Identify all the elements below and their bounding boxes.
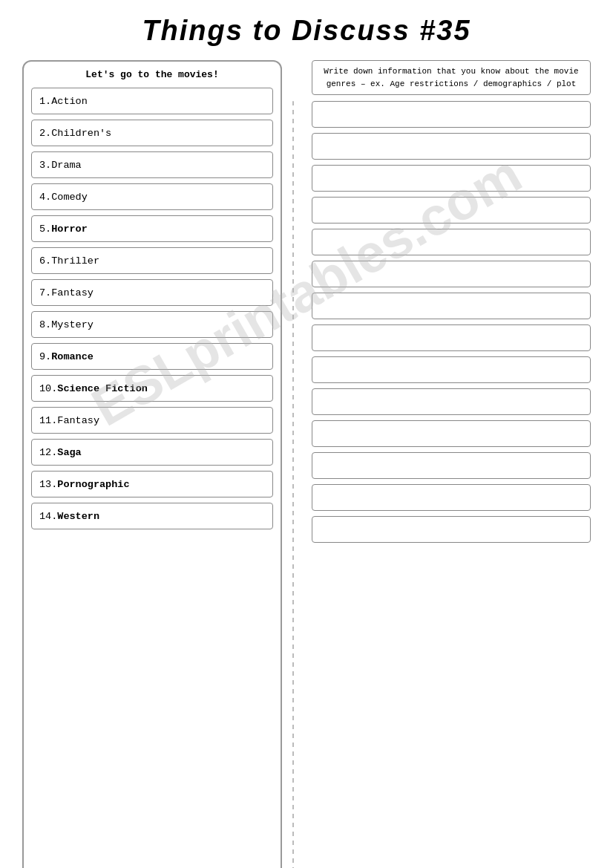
genre-label-11: Fantasy xyxy=(57,415,99,426)
genre-label-9: Romance xyxy=(51,351,94,362)
answer-box-4[interactable] xyxy=(312,197,591,223)
genre-item-3: 3. Drama xyxy=(31,151,273,178)
genre-item-4: 4. Comedy xyxy=(31,183,273,210)
genre-item-1: 1. Action xyxy=(31,88,273,114)
genre-number-10: 10. xyxy=(39,383,57,394)
answer-box-7[interactable] xyxy=(312,293,591,319)
genre-item-2: 2. Children's xyxy=(31,120,273,146)
left-panel: Let's go to the movies! 1. Action2. Chil… xyxy=(22,60,282,868)
genre-item-6: 6. Thriller xyxy=(31,247,273,274)
genre-label-4: Comedy xyxy=(51,192,88,203)
genre-label-14: Western xyxy=(57,511,99,522)
genres-container: 1. Action2. Children's3. Drama4. Comedy5… xyxy=(31,88,273,529)
answers-container xyxy=(312,101,591,548)
genre-label-12: Saga xyxy=(57,447,81,458)
genre-number-2: 2. xyxy=(39,128,51,139)
answer-box-5[interactable] xyxy=(312,229,591,255)
genre-number-7: 7. xyxy=(39,287,51,298)
genre-number-8: 8. xyxy=(39,319,51,330)
left-panel-title: Let's go to the movies! xyxy=(31,69,273,80)
answer-box-2[interactable] xyxy=(312,133,591,160)
answer-box-6[interactable] xyxy=(312,261,591,287)
genre-number-14: 14. xyxy=(39,511,57,522)
answer-box-9[interactable] xyxy=(312,356,591,383)
genre-item-14: 14. Western xyxy=(31,503,273,529)
genre-number-11: 11. xyxy=(39,415,57,426)
genre-item-13: 13. Pornographic xyxy=(31,471,273,497)
genre-item-11: 11. Fantasy xyxy=(31,407,273,434)
answer-box-11[interactable] xyxy=(312,420,591,447)
genre-item-9: 9. Romance xyxy=(31,343,273,370)
genre-number-3: 3. xyxy=(39,160,51,171)
page-title: Things to Discuss #35 xyxy=(22,15,591,47)
genre-label-3: Drama xyxy=(51,160,82,171)
genre-label-13: Pornographic xyxy=(57,479,129,490)
genre-number-9: 9. xyxy=(39,351,51,362)
genre-item-5: 5. Horror xyxy=(31,215,273,242)
answer-box-14[interactable] xyxy=(312,516,591,543)
answer-box-10[interactable] xyxy=(312,388,591,415)
answer-box-3[interactable] xyxy=(312,165,591,192)
right-panel: Write down information that you know abo… xyxy=(304,60,591,868)
genre-number-12: 12. xyxy=(39,447,57,458)
genre-label-6: Thriller xyxy=(51,255,99,267)
genre-number-13: 13. xyxy=(39,479,57,490)
genre-label-1: Action xyxy=(51,96,88,107)
genre-label-2: Children's xyxy=(51,128,111,139)
divider xyxy=(282,60,304,868)
main-layout: Let's go to the movies! 1. Action2. Chil… xyxy=(22,60,591,868)
answer-box-13[interactable] xyxy=(312,484,591,511)
genre-label-7: Fantasy xyxy=(51,287,94,298)
genre-number-5: 5. xyxy=(39,223,51,235)
genre-label-5: Horror xyxy=(51,223,88,235)
genre-label-10: Science Fiction xyxy=(57,383,148,394)
genre-number-4: 4. xyxy=(39,192,51,203)
genre-item-8: 8. Mystery xyxy=(31,311,273,338)
genre-item-10: 10. Science Fiction xyxy=(31,375,273,402)
instruction-box: Write down information that you know abo… xyxy=(312,60,591,95)
genre-label-8: Mystery xyxy=(51,319,94,330)
genre-number-6: 6. xyxy=(39,255,51,267)
answer-box-8[interactable] xyxy=(312,324,591,351)
genre-number-1: 1. xyxy=(39,96,51,107)
genre-item-12: 12. Saga xyxy=(31,439,273,466)
answer-box-1[interactable] xyxy=(312,101,591,128)
divider-line xyxy=(292,101,294,868)
genre-item-7: 7. Fantasy xyxy=(31,279,273,306)
answer-box-12[interactable] xyxy=(312,452,591,479)
